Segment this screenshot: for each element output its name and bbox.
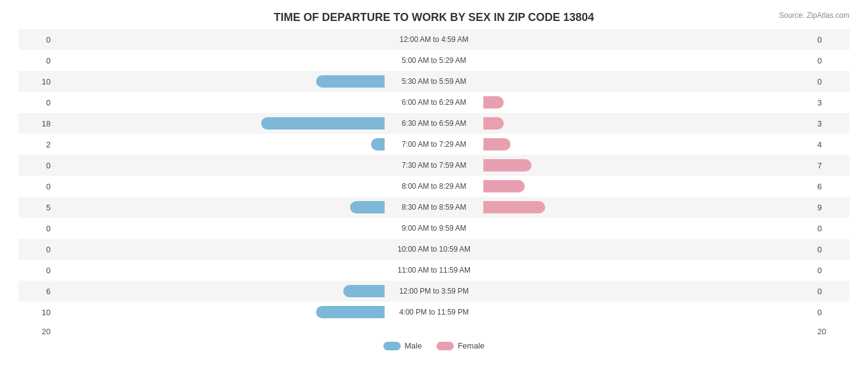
male-bar: [316, 306, 385, 318]
bars-center: 12:00 PM to 3:59 PM: [56, 281, 812, 302]
female-bar: [483, 117, 504, 130]
male-bar-container: [343, 284, 434, 298]
female-bar-container: [434, 221, 483, 235]
legend-male: Male: [383, 341, 422, 350]
male-bar-container: [350, 200, 434, 214]
bars-center: 8:30 AM to 8:59 AM: [56, 197, 812, 218]
male-swatch: [383, 342, 401, 350]
bars-center: 12:00 AM to 4:59 AM: [56, 29, 812, 50]
right-value: 6: [812, 182, 849, 191]
female-label: Female: [457, 341, 484, 350]
x-axis-right: 20: [812, 327, 849, 336]
female-bar-container: [434, 305, 483, 319]
chart-row: 2 7:00 AM to 7:29 AM 4: [19, 134, 849, 155]
male-bar-container: [316, 75, 434, 88]
left-value: 0: [19, 161, 56, 170]
chart-row: 10 4:00 PM to 11:59 PM 0: [19, 302, 849, 323]
male-bar-container: [261, 117, 434, 130]
bars-center: 5:00 AM to 5:29 AM: [56, 50, 812, 71]
male-bar-container: [371, 138, 434, 151]
female-bar-container: [434, 179, 525, 193]
right-value: 0: [812, 245, 849, 254]
chart-row: 0 8:00 AM to 8:29 AM 6: [19, 176, 849, 197]
bars-center: 11:00 AM to 11:59 AM: [56, 260, 812, 281]
chart-row: 0 6:00 AM to 6:29 AM 3: [19, 92, 849, 113]
bars-center: 6:30 AM to 6:59 AM: [56, 113, 812, 134]
source-label: Source: ZipAtlas.com: [779, 11, 849, 20]
left-value: 0: [19, 56, 56, 65]
chart-row: 0 7:30 AM to 7:59 AM 7: [19, 155, 849, 176]
bars-center: 6:00 AM to 6:29 AM: [56, 92, 812, 113]
female-bar-container: [434, 117, 504, 130]
male-bar: [343, 285, 385, 297]
male-label: Male: [404, 341, 422, 350]
male-bar-container: [385, 33, 434, 46]
bars-center: 4:00 PM to 11:59 PM: [56, 302, 812, 323]
female-bar-container: [434, 33, 483, 46]
male-bar-container: [385, 96, 434, 109]
chart-row: 0 12:00 AM to 4:59 AM 0: [19, 29, 849, 50]
left-value: 6: [19, 287, 56, 296]
left-value: 0: [19, 266, 56, 275]
female-bar-container: [434, 54, 483, 67]
female-bar-container: [434, 284, 483, 298]
chart-row: 0 11:00 AM to 11:59 AM 0: [19, 260, 849, 281]
chart-row: 6 12:00 PM to 3:59 PM 0: [19, 281, 849, 302]
male-bar: [316, 75, 385, 88]
male-bar-container: [385, 242, 434, 256]
chart-row: 18 6:30 AM to 6:59 AM 3: [19, 113, 849, 134]
male-bar: [371, 138, 385, 151]
right-value: 0: [812, 266, 849, 275]
male-bar-container: [385, 54, 434, 67]
right-value: 4: [812, 140, 849, 149]
male-bar-container: [316, 305, 434, 319]
bars-wrapper: 0 12:00 AM to 4:59 AM 0 0 5:00 AM to 5:2…: [19, 29, 849, 323]
female-swatch: [436, 342, 454, 350]
right-value: 0: [812, 308, 849, 317]
female-bar-container: [434, 159, 532, 172]
female-bar-container: [434, 200, 545, 214]
right-value: 0: [812, 224, 849, 233]
female-bar-container: [434, 263, 483, 277]
female-bar: [483, 138, 511, 151]
legend-female: Female: [436, 341, 484, 350]
chart-row: 5 8:30 AM to 8:59 AM 9: [19, 197, 849, 218]
chart-row: 0 10:00 AM to 10:59 AM 0: [19, 239, 849, 260]
male-bar: [350, 201, 385, 213]
left-value: 0: [19, 98, 56, 107]
right-value: 0: [812, 56, 849, 65]
female-bar: [483, 96, 504, 109]
right-value: 3: [812, 119, 849, 128]
left-value: 10: [19, 308, 56, 317]
left-value: 0: [19, 182, 56, 191]
bars-center: 5:30 AM to 5:59 AM: [56, 71, 812, 92]
bars-center: 7:30 AM to 7:59 AM: [56, 155, 812, 176]
male-bar-container: [385, 263, 434, 277]
legend: Male Female: [19, 341, 849, 350]
female-bar: [483, 201, 545, 213]
left-value: 0: [19, 224, 56, 233]
female-bar-container: [434, 242, 483, 256]
left-value: 0: [19, 35, 56, 44]
chart-title: TIME OF DEPARTURE TO WORK BY SEX IN ZIP …: [19, 11, 849, 24]
left-value: 10: [19, 77, 56, 86]
left-value: 5: [19, 203, 56, 212]
right-value: 3: [812, 98, 849, 107]
right-value: 9: [812, 203, 849, 212]
bars-center: 7:00 AM to 7:29 AM: [56, 134, 812, 155]
male-bar-container: [385, 159, 434, 172]
male-bar: [261, 117, 385, 130]
right-value: 0: [812, 287, 849, 296]
right-value: 7: [812, 161, 849, 170]
female-bar: [483, 180, 525, 192]
left-value: 2: [19, 140, 56, 149]
chart-row: 10 5:30 AM to 5:59 AM 0: [19, 71, 849, 92]
chart-container: TIME OF DEPARTURE TO WORK BY SEX IN ZIP …: [0, 0, 868, 367]
female-bar-container: [434, 75, 483, 88]
left-value: 18: [19, 119, 56, 128]
right-value: 0: [812, 77, 849, 86]
bars-center: 8:00 AM to 8:29 AM: [56, 176, 812, 197]
x-axis: 20 20: [19, 325, 849, 337]
bars-center: 10:00 AM to 10:59 AM: [56, 239, 812, 260]
female-bar-container: [434, 138, 511, 151]
